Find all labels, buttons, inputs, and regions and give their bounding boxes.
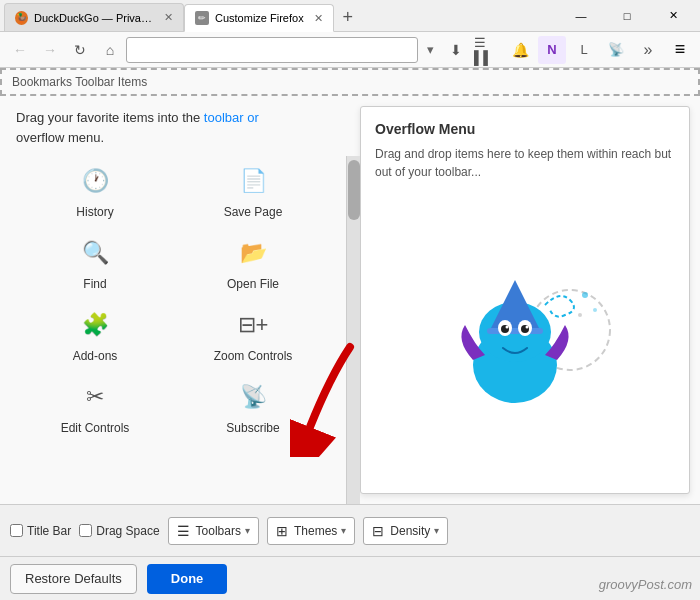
svg-marker-3 xyxy=(490,280,540,330)
density-label: Density xyxy=(390,524,430,538)
tab-strip: 🦆 DuckDuckGo — Privacy, sin... ✕ ✏ Custo… xyxy=(4,0,558,31)
forward-button[interactable]: → xyxy=(36,36,64,64)
main-content: Drag your favorite items into the toolba… xyxy=(0,96,700,504)
tab-close-duckduckgo[interactable]: ✕ xyxy=(164,11,173,24)
items-grid: 🕐History📄Save Page🔍Find📂Open File🧩Add-on… xyxy=(16,163,344,435)
maximize-button[interactable]: □ xyxy=(604,0,650,32)
tab-label-customize: Customize Firefox xyxy=(215,12,304,24)
intro-highlight: toolbar or xyxy=(204,110,259,125)
tab-customize-firefox[interactable]: ✏ Customize Firefox ✕ xyxy=(184,4,334,32)
item-open-file[interactable]: 📂Open File xyxy=(174,235,332,291)
density-arrow-icon: ▾ xyxy=(434,525,439,536)
new-tab-button[interactable]: + xyxy=(334,3,362,31)
toolbars-arrow-icon: ▾ xyxy=(245,525,250,536)
nav-bar: ← → ↻ ⌂ ▾ ⬇ ☰ ▌▌ 🔔 N L 📡 » ≡ xyxy=(0,32,700,68)
overflow-desc: Drag and drop items here to keep them wi… xyxy=(375,145,675,181)
item-label-find: Find xyxy=(83,277,106,291)
onenote-icon[interactable]: N xyxy=(538,36,566,64)
toolbars-icon: ☰ xyxy=(177,523,190,539)
reload-button[interactable]: ↻ xyxy=(66,36,94,64)
bookmarks-label: Bookmarks Toolbar Items xyxy=(12,75,147,89)
item-label-add-ons: Add-ons xyxy=(73,349,118,363)
item-add-ons[interactable]: 🧩Add-ons xyxy=(16,307,174,363)
svg-point-13 xyxy=(578,313,582,317)
toolbars-label: Toolbars xyxy=(196,524,241,538)
intro-text: Drag your favorite items into the toolba… xyxy=(16,108,344,147)
items-area: Drag your favorite items into the toolba… xyxy=(0,96,360,504)
item-subscribe[interactable]: 📡Subscribe xyxy=(174,379,332,435)
item-icon-add-ons: 🧩 xyxy=(77,307,113,343)
overflow-panel: Overflow Menu Drag and drop items here t… xyxy=(360,106,690,494)
tab-favicon-duckduckgo: 🦆 xyxy=(15,11,28,25)
item-icon-edit-controls: ✂ xyxy=(77,379,113,415)
restore-defaults-button[interactable]: Restore Defaults xyxy=(10,564,137,594)
item-label-open-file: Open File xyxy=(227,277,279,291)
window-controls: — □ ✕ xyxy=(558,0,696,32)
bookmarks-bar: Bookmarks Toolbar Items xyxy=(0,68,700,96)
item-history[interactable]: 🕐History xyxy=(16,163,174,219)
svg-point-12 xyxy=(593,308,597,312)
rss-icon[interactable]: 📡 xyxy=(602,36,630,64)
more-tools-icon[interactable]: » xyxy=(634,36,662,64)
themes-arrow-icon: ▾ xyxy=(341,525,346,536)
monster-illustration xyxy=(425,260,625,420)
title-bar: 🦆 DuckDuckGo — Privacy, sin... ✕ ✏ Custo… xyxy=(0,0,700,32)
item-icon-history: 🕐 xyxy=(77,163,113,199)
back-button[interactable]: ← xyxy=(6,36,34,64)
drag-space-label: Drag Space xyxy=(96,524,159,538)
url-bar[interactable] xyxy=(126,37,418,63)
menu-button[interactable]: ≡ xyxy=(666,36,694,64)
tab-close-customize[interactable]: ✕ xyxy=(314,12,323,25)
item-icon-open-file: 📂 xyxy=(235,235,271,271)
item-icon-subscribe: 📡 xyxy=(235,379,271,415)
scroll-thumb[interactable] xyxy=(348,160,360,220)
item-find[interactable]: 🔍Find xyxy=(16,235,174,291)
drag-space-checkbox-item: Drag Space xyxy=(79,524,159,538)
title-bar-label: Title Bar xyxy=(27,524,71,538)
bell-icon[interactable]: 🔔 xyxy=(506,36,534,64)
overflow-visual xyxy=(375,201,675,479)
home-button[interactable]: ⌂ xyxy=(96,36,124,64)
item-label-zoom-controls: Zoom Controls xyxy=(214,349,293,363)
pocket-icon[interactable]: L xyxy=(570,36,598,64)
item-icon-zoom-controls: ⊟+ xyxy=(235,307,271,343)
bottom-toolbar: Title Bar Drag Space ☰ Toolbars ▾ ⊞ Them… xyxy=(0,504,700,556)
item-icon-find: 🔍 xyxy=(77,235,113,271)
overflow-title: Overflow Menu xyxy=(375,121,475,137)
item-save-page[interactable]: 📄Save Page xyxy=(174,163,332,219)
title-bar-checkbox-item: Title Bar xyxy=(10,524,71,538)
item-zoom-controls[interactable]: ⊟+Zoom Controls xyxy=(174,307,332,363)
density-icon: ⊟ xyxy=(372,523,384,539)
minimize-button[interactable]: — xyxy=(558,0,604,32)
close-button[interactable]: ✕ xyxy=(650,0,696,32)
svg-point-10 xyxy=(526,326,529,329)
drag-space-checkbox[interactable] xyxy=(79,524,92,537)
tab-favicon-customize: ✏ xyxy=(195,11,209,25)
density-dropdown[interactable]: ⊟ Density ▾ xyxy=(363,517,448,545)
done-button[interactable]: Done xyxy=(147,564,228,594)
toolbar-icons: ⬇ ☰ ▌▌ 🔔 N L 📡 » ≡ xyxy=(442,36,694,64)
title-bar-checkbox[interactable] xyxy=(10,524,23,537)
item-label-history: History xyxy=(76,205,113,219)
themes-dropdown[interactable]: ⊞ Themes ▾ xyxy=(267,517,355,545)
bookmarks-icon[interactable]: ☰ ▌▌ xyxy=(474,36,502,64)
download-icon[interactable]: ⬇ xyxy=(442,36,470,64)
action-bar: Restore Defaults Done xyxy=(0,556,700,600)
item-icon-save-page: 📄 xyxy=(235,163,271,199)
svg-point-9 xyxy=(506,326,509,329)
tab-label-duckduckgo: DuckDuckGo — Privacy, sin... xyxy=(34,12,154,24)
item-edit-controls[interactable]: ✂Edit Controls xyxy=(16,379,174,435)
toolbars-dropdown[interactable]: ☰ Toolbars ▾ xyxy=(168,517,259,545)
svg-point-11 xyxy=(582,292,588,298)
watermark: groovyPost.com xyxy=(599,577,692,592)
item-label-edit-controls: Edit Controls xyxy=(61,421,130,435)
themes-icon: ⊞ xyxy=(276,523,288,539)
item-label-subscribe: Subscribe xyxy=(226,421,279,435)
url-dropdown[interactable]: ▾ xyxy=(420,37,440,63)
themes-label: Themes xyxy=(294,524,337,538)
tab-duckduckgo[interactable]: 🦆 DuckDuckGo — Privacy, sin... ✕ xyxy=(4,3,184,31)
svg-rect-4 xyxy=(487,328,543,334)
scroll-track[interactable] xyxy=(346,156,360,504)
item-label-save-page: Save Page xyxy=(224,205,283,219)
